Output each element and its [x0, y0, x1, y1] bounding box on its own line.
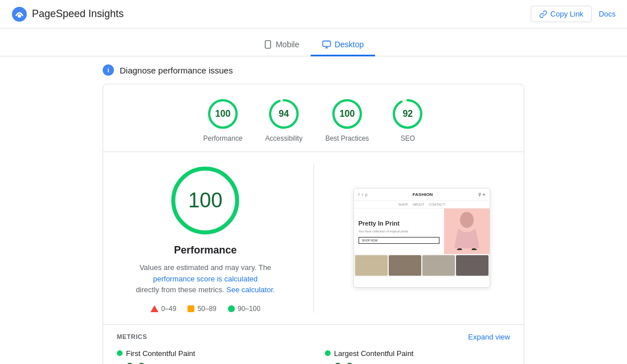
- metrics-grid: First Contentful Paint 0.6 s Largest Con…: [117, 349, 510, 365]
- score-seo[interactable]: 92 SEO: [392, 98, 424, 142]
- preview-hero-desc: You have collection of tropical prints: [359, 230, 439, 234]
- link1-text: performance score is calculated: [153, 275, 258, 283]
- mobile-icon: [263, 40, 272, 49]
- score-value-accessibility: 94: [279, 109, 289, 119]
- tab-desktop-label: Desktop: [335, 40, 364, 49]
- svg-rect-2: [265, 40, 270, 48]
- performance-section: 100 Performance Values are estimated and…: [103, 152, 524, 324]
- metric-lcp: Largest Contentful Paint 0.6 s: [325, 349, 510, 365]
- legend-pass: 90–100: [228, 305, 260, 313]
- legend: 0–49 50–89 90–100: [150, 305, 260, 313]
- desktop-icon: [322, 40, 331, 49]
- preview-thumb-4: [456, 255, 488, 276]
- pagespeed-logo-icon: [11, 6, 27, 22]
- legend-average: 50–89: [188, 305, 216, 313]
- metrics-section: METRICS Expand view First Contentful Pai…: [103, 324, 524, 365]
- preview-header-icons: ⚲≡: [478, 193, 485, 197]
- metric-fcp-header: First Contentful Paint: [117, 349, 302, 358]
- big-score-circle: 100: [168, 163, 242, 238]
- expand-view-button[interactable]: Expand view: [468, 333, 510, 341]
- score-performance[interactable]: 100 Performance: [203, 98, 243, 142]
- section-divider: [314, 163, 314, 313]
- calculator-link[interactable]: See calculator.: [226, 285, 275, 294]
- svg-point-1: [18, 14, 21, 18]
- tabs-container: Mobile Desktop: [0, 28, 627, 56]
- main-card: 100 Performance 94 Accessibility 100: [103, 84, 524, 364]
- diagnose-icon: i: [103, 64, 114, 76]
- preview-menu-contact: CONTACT: [429, 203, 445, 206]
- fail-icon: [150, 305, 158, 312]
- docs-link[interactable]: Docs: [598, 10, 616, 18]
- score-circle-performance: 100: [207, 98, 239, 130]
- score-circle-accessibility: 94: [268, 98, 300, 130]
- preview-menu-about: ABOUT: [413, 203, 425, 206]
- score-accessibility[interactable]: 94 Accessibility: [265, 98, 302, 142]
- website-preview: f t p FASHION ⚲≡ SHOP ABOUT CONTACT: [353, 188, 490, 288]
- tab-mobile[interactable]: Mobile: [252, 34, 311, 56]
- link2-text: See calculator.: [226, 285, 275, 294]
- preview-hero: Pretty In Print You have collection of t…: [354, 208, 490, 254]
- svg-rect-4: [323, 41, 330, 46]
- diagnose-text: Diagnose performance issues: [120, 66, 233, 75]
- metric-fcp-name: First Contentful Paint: [126, 349, 195, 358]
- copy-link-label: Copy Link: [551, 10, 584, 18]
- preview-hero-title: Pretty In Print: [359, 219, 439, 227]
- metric-lcp-value: 0.6 s: [325, 360, 510, 365]
- score-label-performance: Performance: [203, 134, 243, 142]
- preview-cta-button: SHOP NOW: [359, 237, 439, 244]
- preview-header: f t p FASHION ⚲≡: [354, 189, 490, 201]
- performance-left: 100 Performance Values are estimated and…: [120, 163, 291, 313]
- metrics-header: METRICS Expand view: [117, 333, 510, 341]
- legend-fail: 0–49: [150, 305, 177, 313]
- legend-average-range: 50–89: [197, 305, 216, 313]
- performance-right: f t p FASHION ⚲≡ SHOP ABOUT CONTACT: [337, 163, 507, 313]
- big-score-value: 100: [188, 189, 222, 212]
- legend-pass-range: 90–100: [238, 305, 260, 313]
- preview-thumb-2: [389, 255, 421, 276]
- preview-menu-shop: SHOP: [398, 203, 408, 206]
- performance-description: Values are estimated and may vary. The p…: [120, 262, 291, 296]
- metric-fcp-value: 0.6 s: [117, 360, 302, 365]
- score-value-seo: 92: [402, 109, 413, 119]
- fashion-figure-icon: [450, 211, 484, 251]
- preview-logo: FASHION: [368, 192, 478, 197]
- preview-social-icons: f t p: [359, 193, 368, 197]
- metric-lcp-name: Largest Contentful Paint: [334, 349, 413, 358]
- pass-icon: [228, 305, 235, 312]
- score-label-best-practices: Best Practices: [325, 134, 369, 142]
- header-left: PageSpeed Insights: [11, 6, 124, 22]
- link-icon: [539, 10, 547, 18]
- preview-hero-text: Pretty In Print You have collection of t…: [354, 208, 444, 254]
- average-icon: [188, 305, 194, 312]
- diagnose-section: i Diagnose performance issues: [0, 56, 627, 84]
- score-label-accessibility: Accessibility: [265, 134, 302, 142]
- preview-hero-image: [444, 208, 490, 254]
- score-circle-seo: 92: [392, 98, 424, 130]
- preview-menu: SHOP ABOUT CONTACT: [354, 201, 490, 208]
- score-label-seo: SEO: [401, 134, 415, 142]
- scores-row: 100 Performance 94 Accessibility 100: [103, 84, 524, 152]
- score-value-performance: 100: [215, 109, 231, 119]
- description-mid: directly from these metrics.: [136, 285, 224, 294]
- tab-mobile-label: Mobile: [276, 40, 299, 49]
- score-value-best-practices: 100: [340, 109, 355, 119]
- performance-title: Performance: [174, 244, 237, 256]
- header-right: Copy Link Docs: [531, 6, 616, 22]
- score-circle-best-practices: 100: [331, 98, 363, 130]
- tab-desktop[interactable]: Desktop: [311, 34, 375, 56]
- preview-thumbnails: [354, 254, 490, 277]
- metric-fcp-status: [117, 350, 123, 356]
- metrics-title: METRICS: [117, 333, 147, 340]
- score-best-practices[interactable]: 100 Best Practices: [325, 98, 369, 142]
- perf-score-link[interactable]: performance score is calculated: [153, 275, 258, 283]
- header: PageSpeed Insights Copy Link Docs: [0, 0, 627, 28]
- metric-fcp: First Contentful Paint 0.6 s: [117, 349, 302, 365]
- metric-lcp-status: [325, 350, 331, 356]
- legend-fail-range: 0–49: [161, 305, 177, 313]
- app-title: PageSpeed Insights: [32, 8, 124, 20]
- description-text: Values are estimated and may vary. The: [140, 263, 271, 272]
- preview-thumb-3: [422, 255, 455, 276]
- metric-lcp-header: Largest Contentful Paint: [325, 349, 510, 358]
- copy-link-button[interactable]: Copy Link: [531, 6, 592, 22]
- svg-point-17: [460, 212, 474, 228]
